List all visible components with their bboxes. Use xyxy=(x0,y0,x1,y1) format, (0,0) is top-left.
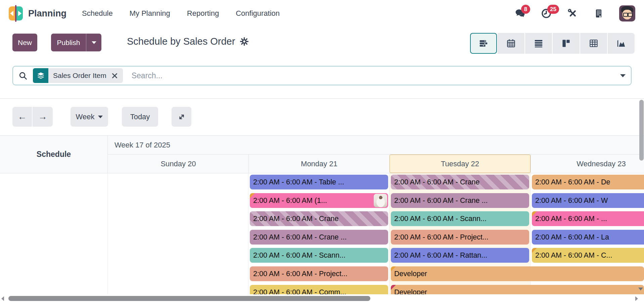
company-switcher-button[interactable] xyxy=(593,8,604,19)
day-header-sunday: Sunday 20 xyxy=(108,155,249,173)
gantt-body: 2:00 AM - 6:00 AM - Table ...2:00 AM - 6… xyxy=(0,173,644,303)
event-label: 2:00 AM - 6:00 AM - La xyxy=(532,230,644,245)
scroll-down-arrow[interactable] xyxy=(638,288,643,291)
search-input[interactable] xyxy=(131,71,616,81)
calendar-view-icon xyxy=(506,38,516,48)
main-menu: Schedule My Planning Reporting Configura… xyxy=(82,9,280,18)
schedule-event[interactable]: 2:00 AM - 6:00 AM - Crane xyxy=(250,211,388,226)
expand-icon xyxy=(177,113,186,121)
expand-button[interactable] xyxy=(172,107,191,127)
event-label: 2:00 AM - 6:00 AM - Crane ... xyxy=(391,193,529,208)
schedule-event[interactable]: 2:00 AM - 6:00 AM (1... xyxy=(250,193,388,208)
avatar-glasses-left xyxy=(623,13,628,17)
facet-body: Sales Order Item xyxy=(48,68,123,83)
search-icon xyxy=(18,71,28,80)
period-nav-group: ← → xyxy=(12,107,53,127)
schedule-event[interactable]: 2:00 AM - 6:00 AM - Scann... xyxy=(391,211,529,226)
activities-button[interactable]: 25 xyxy=(541,8,552,19)
gear-icon xyxy=(240,37,249,46)
view-settings-button[interactable] xyxy=(240,37,249,46)
schedule-event[interactable]: 2:00 AM - 6:00 AM - Crane xyxy=(391,175,529,189)
column-gridline xyxy=(248,173,248,303)
section-divider xyxy=(0,98,644,99)
gantt-controls: ← → Week Today xyxy=(12,107,191,127)
period-header: Week 17 of 2025 xyxy=(108,136,644,155)
schedule-event[interactable]: 2:00 AM - 6:00 AM - Crane ... xyxy=(250,230,388,245)
breadcrumb: Schedule by Sales Order xyxy=(127,36,249,47)
schedule-event[interactable]: 2:00 AM - 6:00 AM - Rattan... xyxy=(391,248,529,263)
row-group-header: Schedule xyxy=(0,136,108,173)
horizontal-scrollbar-thumb[interactable] xyxy=(8,296,370,301)
day-header-monday: Monday 21 xyxy=(248,155,389,173)
publish-split-button: Publish xyxy=(51,34,101,51)
assignee-photo xyxy=(374,194,387,207)
menu-schedule[interactable]: Schedule xyxy=(82,9,113,18)
event-label: 2:00 AM - 6:00 AM - De xyxy=(532,175,644,189)
view-switcher xyxy=(470,33,635,54)
search-options-toggle[interactable] xyxy=(620,74,626,77)
yellow-corner-notch-icon xyxy=(532,211,537,216)
schedule-event[interactable]: 2:00 AM - 6:00 AM - Table ... xyxy=(250,175,388,189)
layers-icon xyxy=(33,68,48,83)
event-label: 2:00 AM - 6:00 AM - Crane ... xyxy=(250,230,388,245)
schedule-event[interactable]: 2:00 AM - 6:00 AM - Crane ... xyxy=(391,193,529,208)
chevron-down-icon xyxy=(98,116,103,118)
schedule-event[interactable]: Developer xyxy=(391,266,644,281)
view-graph-button[interactable] xyxy=(608,33,635,54)
activities-badge: 25 xyxy=(547,5,559,14)
vertical-scrollbar-thumb[interactable] xyxy=(639,100,644,161)
schedule-event[interactable]: 2:00 AM - 6:00 AM - La xyxy=(532,230,644,245)
facet-label: Sales Order Item xyxy=(53,72,106,80)
facet-remove-button[interactable] xyxy=(111,72,118,79)
event-label: 2:00 AM - 6:00 AM (1... xyxy=(250,193,388,208)
settings-tools-button[interactable] xyxy=(567,8,578,19)
view-gantt-button[interactable] xyxy=(470,33,497,54)
publish-button[interactable]: Publish xyxy=(51,34,86,51)
schedule-event[interactable]: 2:00 AM - 6:00 AM - Project... xyxy=(391,230,529,245)
view-list-button[interactable] xyxy=(525,33,552,54)
schedule-event[interactable]: 2:00 AM - 6:00 AM - W xyxy=(532,193,644,208)
menu-configuration[interactable]: Configuration xyxy=(236,9,280,18)
schedule-event[interactable]: 2:00 AM - 6:00 AM - Project... xyxy=(250,266,388,281)
next-period-button[interactable]: → xyxy=(33,107,53,127)
event-label: 2:00 AM - 6:00 AM - Scann... xyxy=(391,211,529,226)
schedule-event[interactable]: 2:00 AM - 6:00 AM - C... xyxy=(532,248,644,263)
event-label: 2:00 AM - 6:00 AM - Project... xyxy=(391,230,529,245)
view-kanban-button[interactable] xyxy=(553,33,580,54)
event-label: 2:00 AM - 6:00 AM - ... xyxy=(532,211,644,226)
menu-my-planning[interactable]: My Planning xyxy=(130,9,170,18)
day-header-tuesday-today: Tuesday 22 xyxy=(389,155,531,173)
user-avatar[interactable] xyxy=(619,5,635,21)
today-button[interactable]: Today xyxy=(122,107,158,127)
schedule-event[interactable]: 2:00 AM - 6:00 AM - Scann... xyxy=(250,248,388,263)
red-corner-notch-icon xyxy=(391,285,396,290)
day-header-row: Sunday 20 Monday 21 Tuesday 22 Wednesday… xyxy=(108,155,644,173)
view-calendar-button[interactable] xyxy=(498,33,524,54)
menu-reporting[interactable]: Reporting xyxy=(187,9,219,18)
kanban-view-icon xyxy=(561,38,571,48)
publish-dropdown-button[interactable] xyxy=(86,34,101,51)
range-select-button[interactable]: Week xyxy=(71,107,108,127)
gantt-view-icon xyxy=(478,38,489,48)
previous-period-button[interactable]: ← xyxy=(12,107,33,127)
scroll-right-arrow[interactable] xyxy=(635,296,638,301)
column-gridline xyxy=(389,173,389,303)
view-pivot-button[interactable] xyxy=(580,33,607,54)
app-name[interactable]: Planning xyxy=(28,8,66,19)
scroll-left-arrow[interactable] xyxy=(1,296,4,301)
event-label: 2:00 AM - 6:00 AM - W xyxy=(532,193,644,208)
messages-button[interactable]: 8 xyxy=(514,8,526,19)
schedule-event[interactable]: 2:00 AM - 6:00 AM - ... xyxy=(532,211,644,226)
graph-view-icon xyxy=(616,38,626,48)
yellow-corner-notch-icon xyxy=(391,266,396,271)
event-label: Developer xyxy=(391,266,644,281)
tools-icon xyxy=(567,8,578,19)
planning-app: Planning Schedule My Planning Reporting … xyxy=(0,0,644,303)
top-navbar: Planning Schedule My Planning Reporting … xyxy=(0,0,644,27)
schedule-event[interactable]: 2:00 AM - 6:00 AM - De xyxy=(532,175,644,189)
event-label: 2:00 AM - 6:00 AM - Crane xyxy=(250,211,388,226)
apps-menu-logo[interactable] xyxy=(9,6,23,20)
event-label: 2:00 AM - 6:00 AM - Rattan... xyxy=(391,248,529,263)
new-button[interactable]: New xyxy=(12,34,37,51)
page-title: Schedule by Sales Order xyxy=(127,36,235,47)
